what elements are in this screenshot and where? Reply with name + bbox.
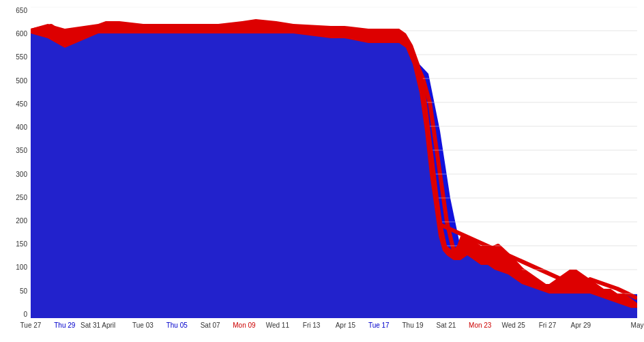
y-label-150: 150 — [0, 240, 31, 248]
chart-container: 650 600 550 500 450 400 350 300 250 200 … — [0, 0, 644, 342]
x-label-wed11: Wed 11 — [266, 322, 289, 329]
x-label-thu19: Thu 19 — [402, 322, 423, 329]
x-label-thu29: Thu 29 — [54, 322, 75, 329]
chart-area-main — [31, 7, 637, 318]
x-label-sat21: Sat 21 — [436, 322, 456, 329]
x-label-wed25: Wed 25 — [501, 322, 525, 329]
x-label-mon09: Mon 09 — [233, 322, 255, 329]
x-label-thu05: Thu 05 — [166, 322, 188, 329]
x-label-fri13: Fri 13 — [303, 322, 321, 329]
x-label-apr29: Apr 29 — [571, 322, 591, 329]
y-label-200: 200 — [0, 217, 31, 225]
y-label-450: 450 — [0, 100, 31, 108]
x-axis-labels: Tue 27 Thu 29 Sat 31 April Tue 03 Thu 05… — [31, 318, 637, 342]
x-label-fri27: Fri 27 — [539, 322, 557, 329]
x-label-tue27: Tue 27 — [20, 322, 42, 329]
x-label-tue03: Tue 03 — [132, 322, 153, 329]
x-label-sat31: Sat 31 April — [80, 322, 115, 329]
y-label-500: 500 — [0, 77, 31, 85]
y-axis: 650 600 550 500 450 400 350 300 250 200 … — [0, 7, 31, 318]
y-label-250: 250 — [0, 194, 31, 201]
x-label-may: May — [631, 322, 644, 329]
y-label-100: 100 — [0, 263, 31, 271]
x-label-mon23: Mon 23 — [469, 322, 491, 329]
y-label-600: 600 — [0, 30, 31, 38]
blue-area — [31, 33, 637, 318]
y-label-0: 0 — [0, 311, 31, 318]
y-label-300: 300 — [0, 171, 31, 178]
x-label-sat07: Sat 07 — [201, 322, 220, 329]
x-label-tue17: Tue 17 — [368, 322, 390, 329]
x-label-apr15: Apr 15 — [336, 322, 355, 329]
y-label-550: 550 — [0, 53, 31, 61]
y-label-650: 650 — [0, 7, 31, 14]
y-label-50: 50 — [0, 287, 31, 295]
main-chart-svg — [31, 7, 637, 318]
y-label-400: 400 — [0, 124, 31, 131]
y-label-350: 350 — [0, 147, 31, 154]
